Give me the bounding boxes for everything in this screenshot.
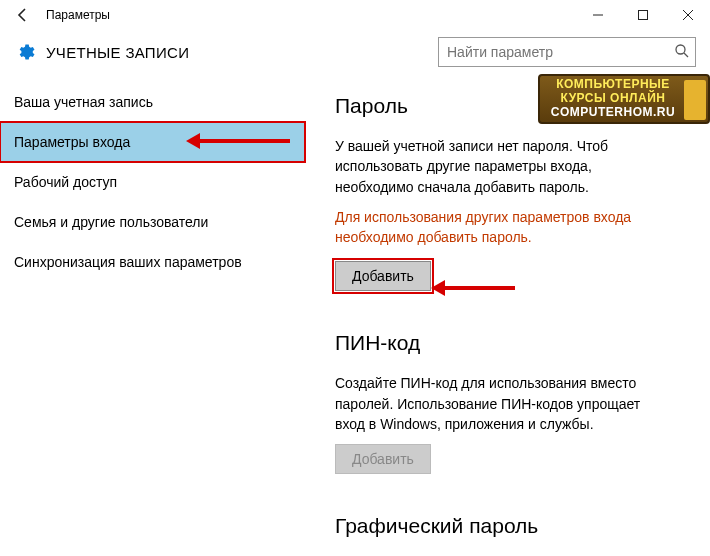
window-title: Параметры [38,8,110,22]
password-body: У вашей учетной записи нет пароля. Чтоб … [335,136,665,197]
sidebar-item-sync-settings[interactable]: Синхронизация ваших параметров [0,242,305,282]
badge-line2: КУРСЫ ОНЛАЙН [542,92,684,106]
settings-gear-icon [14,41,36,63]
badge-line3: COMPUTERHOM.RU [542,106,684,120]
search-input[interactable] [438,37,696,67]
password-add-button[interactable]: Добавить [335,261,431,291]
password-warning: Для использования других параметров вход… [335,207,665,248]
svg-rect-1 [638,11,647,20]
pin-title: ПИН-код [335,331,692,355]
svg-point-4 [676,45,685,54]
minimize-button[interactable] [575,0,620,30]
pin-add-button[interactable]: Добавить [335,444,431,474]
header: УЧЕТНЫЕ ЗАПИСИ [0,30,710,74]
back-button[interactable] [8,0,38,30]
page-heading: УЧЕТНЫЕ ЗАПИСИ [46,44,189,61]
section-picture-password: Графический пароль Вход в Windows с помо… [335,514,692,556]
maximize-button[interactable] [620,0,665,30]
section-pin: ПИН-код Создайте ПИН-код для использован… [335,331,692,474]
badge-figure-icon [684,80,706,120]
sidebar: Ваша учетная запись Параметры входа Рабо… [0,74,305,556]
pin-body: Создайте ПИН-код для использования вмест… [335,373,665,434]
close-button[interactable] [665,0,710,30]
picture-title: Графический пароль [335,514,692,538]
watermark-badge: КОМПЬЮТЕРНЫЕ КУРСЫ ОНЛАЙН COMPUTERHOM.RU [538,74,710,124]
annotation-arrow-sidebar [190,139,290,143]
badge-line1: КОМПЬЮТЕРНЫЕ [542,78,684,92]
sidebar-item-your-account[interactable]: Ваша учетная запись [0,82,305,122]
window-controls [575,0,710,30]
annotation-arrow-add-button [435,286,515,290]
sidebar-item-work-access[interactable]: Рабочий доступ [0,162,305,202]
svg-line-5 [684,53,688,57]
search-icon [674,43,690,62]
search-box[interactable] [438,37,696,67]
main-content: КОМПЬЮТЕРНЫЕ КУРСЫ ОНЛАЙН COMPUTERHOM.RU… [305,74,710,556]
titlebar: Параметры [0,0,710,30]
sidebar-item-family-users[interactable]: Семья и другие пользователи [0,202,305,242]
